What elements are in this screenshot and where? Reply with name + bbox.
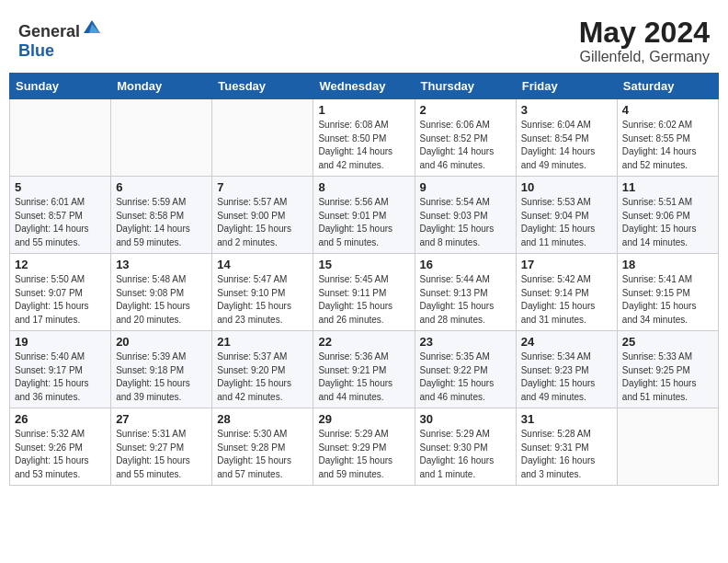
calendar-cell: 27Sunrise: 5:31 AM Sunset: 9:27 PM Dayli…: [111, 408, 212, 486]
day-info: Sunrise: 5:36 AM Sunset: 9:21 PM Dayligh…: [318, 350, 409, 404]
day-info: Sunrise: 6:02 AM Sunset: 8:55 PM Dayligh…: [622, 119, 713, 172]
calendar-cell: 31Sunrise: 5:28 AM Sunset: 9:31 PM Dayli…: [516, 408, 617, 486]
day-info: Sunrise: 5:54 AM Sunset: 9:03 PM Dayligh…: [420, 196, 511, 249]
calendar-cell: [617, 408, 718, 486]
calendar-week-row: 12Sunrise: 5:50 AM Sunset: 9:07 PM Dayli…: [10, 254, 719, 331]
day-info: Sunrise: 5:51 AM Sunset: 9:06 PM Dayligh…: [622, 196, 713, 249]
day-number: 5: [15, 180, 106, 194]
day-info: Sunrise: 5:29 AM Sunset: 9:29 PM Dayligh…: [318, 428, 409, 481]
day-number: 30: [420, 412, 511, 426]
day-number: 22: [318, 335, 409, 349]
day-info: Sunrise: 6:06 AM Sunset: 8:52 PM Dayligh…: [420, 119, 511, 172]
calendar-cell: [212, 99, 313, 177]
weekday-header-cell: Thursday: [415, 74, 516, 99]
logo-text: General Blue: [18, 17, 102, 61]
day-number: 19: [15, 335, 106, 349]
day-info: Sunrise: 5:48 AM Sunset: 9:08 PM Dayligh…: [116, 273, 207, 327]
calendar-cell: 2Sunrise: 6:06 AM Sunset: 8:52 PM Daylig…: [415, 99, 516, 177]
day-info: Sunrise: 5:31 AM Sunset: 9:27 PM Dayligh…: [116, 428, 207, 481]
calendar-cell: 7Sunrise: 5:57 AM Sunset: 9:00 PM Daylig…: [212, 177, 313, 254]
weekday-header-cell: Sunday: [10, 74, 111, 99]
day-info: Sunrise: 5:39 AM Sunset: 9:18 PM Dayligh…: [116, 350, 207, 404]
day-info: Sunrise: 5:32 AM Sunset: 9:26 PM Dayligh…: [15, 428, 106, 481]
calendar-cell: 18Sunrise: 5:41 AM Sunset: 9:15 PM Dayli…: [617, 254, 718, 331]
calendar-cell: 6Sunrise: 5:59 AM Sunset: 8:58 PM Daylig…: [111, 177, 212, 254]
day-info: Sunrise: 5:30 AM Sunset: 9:28 PM Dayligh…: [217, 428, 308, 481]
day-info: Sunrise: 5:40 AM Sunset: 9:17 PM Dayligh…: [15, 350, 106, 404]
title-section: May 2024 Gillenfeld, Germany: [579, 17, 710, 65]
day-number: 28: [217, 412, 308, 426]
day-info: Sunrise: 5:28 AM Sunset: 9:31 PM Dayligh…: [521, 428, 612, 481]
calendar-cell: 9Sunrise: 5:54 AM Sunset: 9:03 PM Daylig…: [415, 177, 516, 254]
calendar-body: 1Sunrise: 6:08 AM Sunset: 8:50 PM Daylig…: [10, 99, 719, 486]
page-header: General Blue May 2024 Gillenfeld, German…: [9, 9, 719, 69]
day-number: 27: [116, 412, 207, 426]
calendar-cell: 29Sunrise: 5:29 AM Sunset: 9:29 PM Dayli…: [313, 408, 415, 486]
calendar-week-row: 1Sunrise: 6:08 AM Sunset: 8:50 PM Daylig…: [10, 99, 719, 177]
logo: General Blue: [18, 17, 102, 61]
calendar-cell: 14Sunrise: 5:47 AM Sunset: 9:10 PM Dayli…: [212, 254, 313, 331]
day-info: Sunrise: 5:42 AM Sunset: 9:14 PM Dayligh…: [521, 273, 612, 327]
day-number: 26: [15, 412, 106, 426]
day-info: Sunrise: 6:04 AM Sunset: 8:54 PM Dayligh…: [521, 119, 612, 172]
calendar-cell: 23Sunrise: 5:35 AM Sunset: 9:22 PM Dayli…: [415, 331, 516, 408]
logo-general: General: [18, 22, 80, 40]
day-info: Sunrise: 5:56 AM Sunset: 9:01 PM Dayligh…: [318, 196, 409, 249]
calendar-cell: 21Sunrise: 5:37 AM Sunset: 9:20 PM Dayli…: [212, 331, 313, 408]
day-info: Sunrise: 5:47 AM Sunset: 9:10 PM Dayligh…: [217, 273, 308, 327]
calendar-cell: 3Sunrise: 6:04 AM Sunset: 8:54 PM Daylig…: [516, 99, 617, 177]
day-number: 25: [622, 335, 713, 349]
calendar-cell: 25Sunrise: 5:33 AM Sunset: 9:25 PM Dayli…: [617, 331, 718, 408]
day-number: 23: [420, 335, 511, 349]
day-number: 15: [318, 258, 409, 271]
calendar-cell: 10Sunrise: 5:53 AM Sunset: 9:04 PM Dayli…: [516, 177, 617, 254]
day-info: Sunrise: 5:29 AM Sunset: 9:30 PM Dayligh…: [420, 428, 511, 481]
main-title: May 2024: [579, 17, 710, 49]
day-number: 7: [217, 180, 308, 194]
calendar-cell: 30Sunrise: 5:29 AM Sunset: 9:30 PM Dayli…: [415, 408, 516, 486]
subtitle: Gillenfeld, Germany: [579, 49, 710, 65]
calendar-cell: [10, 99, 111, 177]
day-info: Sunrise: 5:41 AM Sunset: 9:15 PM Dayligh…: [622, 273, 713, 327]
day-number: 2: [420, 103, 511, 117]
day-number: 21: [217, 335, 308, 349]
day-number: 20: [116, 335, 207, 349]
day-info: Sunrise: 5:50 AM Sunset: 9:07 PM Dayligh…: [15, 273, 106, 327]
day-number: 16: [420, 258, 511, 271]
calendar-cell: 13Sunrise: 5:48 AM Sunset: 9:08 PM Dayli…: [111, 254, 212, 331]
calendar-cell: 28Sunrise: 5:30 AM Sunset: 9:28 PM Dayli…: [212, 408, 313, 486]
day-number: 6: [116, 180, 207, 194]
day-number: 3: [521, 103, 612, 117]
calendar-cell: 22Sunrise: 5:36 AM Sunset: 9:21 PM Dayli…: [313, 331, 415, 408]
calendar-cell: 19Sunrise: 5:40 AM Sunset: 9:17 PM Dayli…: [10, 331, 111, 408]
day-number: 1: [318, 103, 409, 117]
day-number: 31: [521, 412, 612, 426]
calendar-cell: 26Sunrise: 5:32 AM Sunset: 9:26 PM Dayli…: [10, 408, 111, 486]
day-number: 13: [116, 258, 207, 271]
calendar-cell: 20Sunrise: 5:39 AM Sunset: 9:18 PM Dayli…: [111, 331, 212, 408]
calendar-cell: 24Sunrise: 5:34 AM Sunset: 9:23 PM Dayli…: [516, 331, 617, 408]
day-number: 17: [521, 258, 612, 271]
day-number: 29: [318, 412, 409, 426]
day-info: Sunrise: 5:37 AM Sunset: 9:20 PM Dayligh…: [217, 350, 308, 404]
day-info: Sunrise: 5:35 AM Sunset: 9:22 PM Dayligh…: [420, 350, 511, 404]
weekday-header-cell: Friday: [516, 74, 617, 99]
day-info: Sunrise: 5:34 AM Sunset: 9:23 PM Dayligh…: [521, 350, 612, 404]
logo-icon: [82, 17, 102, 37]
day-info: Sunrise: 5:53 AM Sunset: 9:04 PM Dayligh…: [521, 196, 612, 249]
day-number: 10: [521, 180, 612, 194]
day-info: Sunrise: 5:33 AM Sunset: 9:25 PM Dayligh…: [622, 350, 713, 404]
calendar-cell: 17Sunrise: 5:42 AM Sunset: 9:14 PM Dayli…: [516, 254, 617, 331]
calendar-cell: 12Sunrise: 5:50 AM Sunset: 9:07 PM Dayli…: [10, 254, 111, 331]
calendar-cell: [111, 99, 212, 177]
day-number: 24: [521, 335, 612, 349]
weekday-header-cell: Tuesday: [212, 74, 313, 99]
weekday-header-cell: Saturday: [617, 74, 718, 99]
calendar-cell: 1Sunrise: 6:08 AM Sunset: 8:50 PM Daylig…: [313, 99, 415, 177]
day-number: 18: [622, 258, 713, 271]
day-number: 11: [622, 180, 713, 194]
day-info: Sunrise: 5:59 AM Sunset: 8:58 PM Dayligh…: [116, 196, 207, 249]
day-number: 8: [318, 180, 409, 194]
calendar-cell: 8Sunrise: 5:56 AM Sunset: 9:01 PM Daylig…: [313, 177, 415, 254]
day-number: 9: [420, 180, 511, 194]
